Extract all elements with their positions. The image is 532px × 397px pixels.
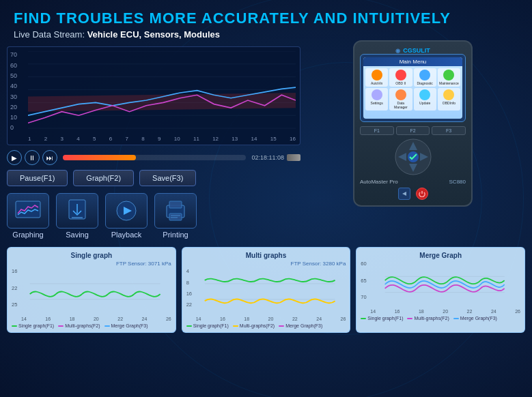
multi-graph-area: 4 8 16 22	[186, 268, 346, 316]
speed-indicator	[287, 154, 300, 161]
play-button[interactable]: ▶	[7, 150, 22, 165]
back-icon	[401, 190, 408, 197]
playback-icon-box	[105, 193, 148, 229]
graph-f2-button[interactable]: Graph(F2)	[73, 170, 134, 186]
datamanager-label: Data Manager	[390, 101, 411, 109]
legend-multi-dot	[58, 325, 64, 327]
model-number: SC880	[449, 179, 466, 185]
single-y-axis: 16 22 25	[12, 268, 19, 316]
screen-menu-title: Main Menu	[363, 57, 462, 66]
legend-single-label-3: Single graph(F1)	[367, 316, 403, 321]
merge-x-axis: 14161820222426	[370, 309, 520, 314]
graphing-icon-box	[7, 193, 49, 229]
graph-container: 70 60 50 40 30 20 10 0	[7, 46, 300, 145]
f-buttons-row: F1 F2 F3	[360, 126, 466, 135]
legend-multi-label: Multi-graphs(F2)	[65, 323, 100, 328]
left-panel: 70 60 50 40 30 20 10 0	[7, 44, 300, 243]
screen-icon-settings: Settings	[365, 88, 388, 111]
legend-single: Single graph(F1)	[12, 323, 54, 328]
save-f3-button[interactable]: Save(F3)	[139, 170, 196, 186]
printing-icon-box	[154, 193, 197, 229]
progress-bar[interactable]	[63, 155, 246, 160]
merge-graph-title: Merge Graph	[361, 252, 520, 259]
feature-graphing[interactable]: Graphing	[7, 193, 49, 239]
screen-icon-autovin: AutoVin	[365, 68, 388, 87]
multi-graph-svg	[194, 268, 346, 316]
subtitle-bold: Vehicle ECU, Sensors, Modules	[87, 29, 220, 40]
bottom-buttons	[360, 188, 466, 200]
saving-label: Saving	[66, 231, 89, 239]
merge-graph-svg	[369, 261, 520, 308]
legend-merge-label-2: Merge Graph(F3)	[285, 323, 322, 328]
multi-graph-svg-area	[194, 268, 346, 316]
merge-y-axis: 60 65 70	[361, 261, 368, 308]
subtitle: Live Data Stream: Vehicle ECU, Sensors, …	[14, 29, 518, 40]
obdii-icon-circle	[395, 70, 406, 80]
f2-button[interactable]: F2	[396, 126, 430, 135]
legend-merge: Merge Graph(F3)	[104, 323, 148, 328]
device-container: ◉ CGSULIT Main Menu AutoVin	[345, 40, 481, 207]
multi-graph-title: Multi graphs	[186, 252, 346, 259]
playback-label: Playback	[111, 231, 142, 239]
svg-rect-14	[169, 214, 182, 220]
single-x-axis: 14161820222426	[21, 317, 171, 321]
feature-printing[interactable]: Printing	[154, 193, 197, 239]
autovin-label: AutoVin	[371, 81, 382, 85]
single-graph-area: 16 22 25	[12, 268, 171, 316]
diagnostic-label: Diagnostic	[417, 81, 432, 85]
merge-graph-legend: Single graph(F1) Multi-graphs(F2) Merge …	[361, 316, 520, 321]
feature-saving[interactable]: Saving	[56, 193, 98, 239]
feature-playback[interactable]: Playback	[105, 193, 148, 239]
screen-icon-diagnostic: Diagnostic	[414, 68, 436, 87]
main-container: FIND TROUBLES MORE ACCURATELY AND INTUIT…	[0, 0, 532, 397]
device-model-info: AutoMaster Pro SC880	[360, 179, 466, 185]
subtitle-prefix: Live Data Stream:	[14, 29, 87, 40]
legend-merge-dot-3	[453, 318, 459, 319]
legend-merge-2: Merge Graph(F3)	[279, 323, 322, 328]
legend-single-dot-3	[361, 318, 366, 319]
screen-icons-grid: AutoVin OBD II Diagnostic	[363, 66, 462, 113]
legend-single-3: Single graph(F1)	[361, 316, 403, 321]
legend-merge-dot-2	[279, 325, 284, 327]
pause-button[interactable]: ⏸	[25, 150, 40, 165]
screen-inner: Main Menu AutoVin OBD II	[363, 57, 462, 119]
multi-graph-legend: Single graph(F1) Multi-graphs(F2) Merge …	[186, 323, 346, 328]
f3-button[interactable]: F3	[432, 126, 466, 135]
update-label: Update	[419, 101, 430, 105]
legend-single-dot	[12, 325, 17, 327]
multi-y-axis: 4 8 16 22	[186, 268, 194, 316]
pause-f1-button[interactable]: Pause(F1)	[7, 170, 68, 186]
back-button[interactable]	[398, 188, 410, 200]
diagnostic-icon-circle	[419, 70, 430, 80]
main-title: FIND TROUBLES MORE ACCURATELY AND INTUIT…	[14, 10, 518, 27]
screen-icon-obdinfo: OBDInfo	[438, 88, 460, 111]
saving-icon-box	[56, 193, 98, 229]
legend-merge-label-3: Merge Graph(F3)	[460, 316, 497, 321]
brand-icon: ◉	[395, 48, 400, 54]
printing-icon	[163, 198, 188, 223]
legend-multi: Multi-graphs(F2)	[58, 323, 100, 328]
features-row: Graphing Saving	[7, 189, 300, 243]
merge-graph-area: 60 65 70	[361, 261, 520, 308]
right-panel: ◉ CGSULIT Main Menu AutoVin	[300, 44, 525, 243]
multi-graph-card: Multi graphs FTP Sensor: 3280 kPa 4 8 16…	[182, 247, 351, 333]
single-graph-title: Single graph	[12, 252, 171, 259]
power-icon	[419, 190, 425, 197]
legend-merge-dot	[104, 325, 110, 327]
maintenance-icon-circle	[443, 70, 454, 80]
f1-button[interactable]: F1	[360, 126, 394, 135]
nav-cross-icon[interactable]	[394, 138, 432, 176]
power-button[interactable]	[416, 188, 428, 200]
obdinfo-label: OBDInfo	[443, 101, 456, 105]
single-graph-card: Single graph FTP Sensor: 3071 kPa 16 22 …	[7, 247, 176, 333]
multi-x-axis: 14161820222426	[196, 317, 346, 321]
main-graph-svg	[28, 51, 296, 142]
screen-icon-maintenance: Maintenance	[438, 68, 460, 87]
single-graph-legend: Single graph(F1) Multi-graphs(F2) Merge …	[12, 323, 171, 328]
settings-label: Settings	[371, 101, 383, 105]
forward-button[interactable]: ⏭	[42, 150, 57, 165]
content-area: 70 60 50 40 30 20 10 0	[0, 44, 532, 243]
single-graph-subtitle: FTP Sensor: 3071 kPa	[12, 261, 171, 267]
graph-y-axis: 70 60 50 40 30 20 10 0	[10, 51, 17, 131]
legend-single-label: Single graph(F1)	[18, 323, 54, 328]
